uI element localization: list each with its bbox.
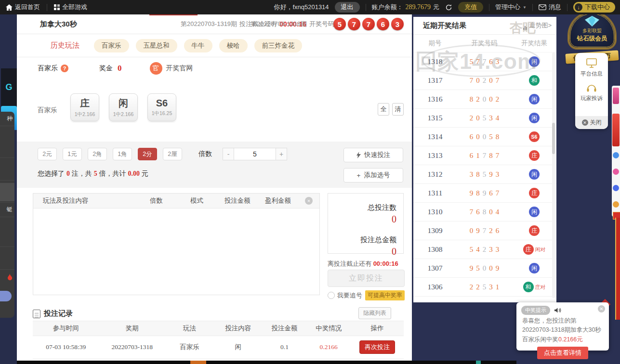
edge-menu-icon[interactable]	[613, 201, 619, 208]
results-title: 近期开奖结果	[423, 21, 466, 30]
back-home-link[interactable]: 返回首页	[6, 3, 40, 12]
result-digits: 38593	[457, 170, 512, 179]
tab-baccarat[interactable]: 百家乐	[94, 39, 129, 52]
right-edge-quick-menu[interactable]	[612, 86, 620, 217]
notice-close-icon[interactable]: ✕	[598, 305, 605, 312]
result-digit: 8	[476, 189, 480, 197]
admin-center-menu[interactable]: 管理中心 ▼	[495, 3, 527, 12]
result-issue: 1317	[413, 76, 457, 85]
messages-link[interactable]: 消息	[539, 3, 561, 12]
result-digit: 7	[476, 58, 480, 65]
hide-list-button[interactable]: 隐藏列表	[358, 307, 391, 319]
back-home-label: 返回首页	[15, 3, 40, 12]
result-digit: 3	[470, 170, 474, 178]
minus-button[interactable]: -	[223, 148, 234, 160]
tab-history-plays[interactable]: 历史玩法	[51, 41, 79, 50]
bet-option-player[interactable]: 闲 1中2.166	[109, 93, 138, 121]
left-blue-tag[interactable]	[0, 291, 12, 301]
chip-2li[interactable]: 2厘	[163, 148, 182, 160]
view-details-button[interactable]: 点击查看详情	[537, 347, 588, 359]
chase-radio[interactable]	[328, 292, 335, 299]
left-menu-item[interactable]: 种	[0, 112, 14, 126]
result-issue: 1307	[413, 264, 457, 273]
speaker-icon[interactable]	[554, 307, 561, 313]
edge-menu-icon[interactable]	[613, 185, 619, 191]
scrollbar-thumb[interactable]	[552, 123, 555, 154]
edge-menu-icon[interactable]	[613, 152, 619, 158]
total-bets-value: 0	[328, 214, 396, 225]
tab-front-three[interactable]: 前三炸金花	[254, 39, 303, 52]
help-icon[interactable]: ?	[61, 65, 68, 72]
result-digit: 7	[496, 77, 500, 84]
chip-1yuan[interactable]: 1元	[63, 148, 82, 160]
records-table: 参与时间 奖期 玩法 投注内容 投注金额 中奖情况 操作 07-03 10:58…	[33, 321, 404, 359]
left-menu-item[interactable]	[0, 136, 14, 158]
player-complaint-button[interactable]: 玩家投诉	[580, 82, 603, 102]
edge-menu-item[interactable]	[613, 88, 619, 104]
game-logo-1[interactable]: G	[1, 68, 17, 106]
col-issue: 期号	[413, 39, 457, 48]
quick-bet-button[interactable]: 快速投注	[343, 148, 403, 162]
official-site-link[interactable]: 开奖官网	[166, 64, 193, 73]
rebet-button[interactable]: 再次投注	[359, 340, 395, 354]
records-header: 参与时间 奖期 玩法 投注内容 投注金额 中奖情况 操作	[33, 321, 404, 336]
col-issue: 奖期	[99, 324, 166, 333]
result-issue: 1310	[413, 208, 457, 216]
edge-menu-icon[interactable]	[613, 169, 619, 175]
recharge-button[interactable]: 充值	[458, 2, 483, 13]
edge-menu-item[interactable]	[612, 114, 620, 146]
download-center-button[interactable]: ↓ 下载中心	[573, 2, 615, 13]
chip-2jiao[interactable]: 2角	[88, 148, 107, 160]
result-digit: 0	[483, 264, 487, 272]
tab-stud[interactable]: 梭哈	[219, 39, 248, 52]
result-pair-tag: 庄对	[535, 284, 546, 291]
balance-group: 账户余额： 289.7679 元	[372, 3, 440, 12]
bet-slip-table: 玩法及投注内容 倍数 模式 投注金额 盈利金额 ×	[33, 193, 320, 295]
bet-now-button[interactable]: 立即投注	[328, 270, 405, 287]
chip-1jiao[interactable]: 1角	[113, 148, 132, 160]
bet-option-s6[interactable]: S6 1中16.25	[147, 93, 176, 121]
close-widget-button[interactable]: ✕ 关闭	[575, 116, 608, 129]
deadline-label: 离投注截止还有	[328, 260, 371, 267]
multiplier-input[interactable]	[234, 148, 276, 160]
left-menu-item[interactable]	[0, 225, 14, 247]
record-issue: 20220703-1318	[99, 343, 166, 351]
refresh-icon[interactable]	[445, 4, 452, 11]
option-odds: 1中2.166	[75, 111, 95, 118]
result-digit: 5	[476, 264, 480, 272]
result-row: 1308 54233 庄 闲对	[413, 240, 556, 259]
clear-button[interactable]: 清	[392, 103, 404, 116]
result-digit: 4	[476, 246, 480, 253]
select-all-button[interactable]: 全	[378, 103, 389, 116]
platform-info-button[interactable]: 平台信息	[580, 58, 603, 78]
official-icon[interactable]: 官	[150, 62, 162, 75]
result-badge: 庄	[529, 225, 540, 236]
plus-button[interactable]: +	[276, 148, 287, 160]
left-menu-item-active[interactable]	[0, 183, 14, 201]
tab-niuniu[interactable]: 牛牛	[184, 39, 212, 52]
bet-option-banker[interactable]: 庄 1中2.166	[70, 93, 99, 121]
chip-2yuan[interactable]: 2元	[38, 148, 57, 160]
chip-2fen-selected[interactable]: 2分	[138, 148, 157, 160]
left-menu-item[interactable]	[0, 247, 14, 270]
total-amount-label: 投注总金额	[328, 235, 396, 245]
results-column-headers: 期号 开奖号码 开奖结果	[413, 35, 556, 52]
add-pick-button[interactable]: + 添加选号	[343, 168, 403, 182]
home-icon	[6, 4, 13, 11]
bet-options-area: 百家乐 庄 1中2.166 闲 1中2.166 S6 1中16.25 全 清	[17, 79, 412, 142]
result-digit: 6	[489, 189, 493, 197]
clear-slip-icon[interactable]: ×	[305, 197, 313, 205]
tab-five-star-sum[interactable]: 五星总和	[136, 39, 177, 52]
add-pick-label: 添加选号	[364, 171, 390, 180]
option-group-label: 百家乐	[38, 106, 57, 115]
all-games-link[interactable]: 全部游戏	[54, 3, 87, 12]
left-menu-item[interactable]	[0, 158, 14, 181]
platform-info-label: 平台信息	[580, 70, 603, 78]
left-menu-item[interactable]: 蜓	[0, 202, 14, 217]
game-header: 加拿大30秒 第20220703-1319期 投注截止还有 00:00:16 第…	[17, 14, 412, 34]
trend-chart-link[interactable]: 走势图>	[523, 21, 552, 30]
total-bets-label: 总投注数	[328, 203, 396, 212]
result-digit: 5	[470, 58, 474, 65]
draw-ball: 3	[391, 18, 404, 30]
logout-button[interactable]: 退出	[335, 2, 360, 13]
